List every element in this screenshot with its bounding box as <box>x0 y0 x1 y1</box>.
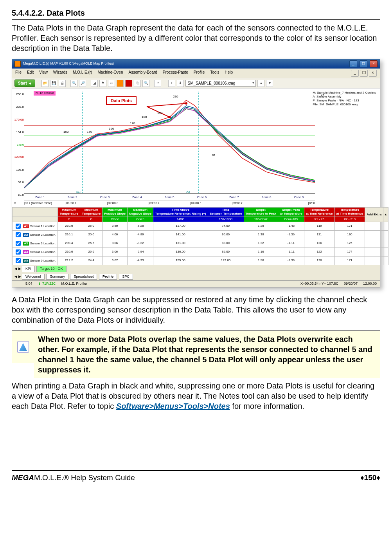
pt-label: 150 <box>87 130 92 134</box>
data-cell: 24.4 <box>80 256 102 265</box>
tab-spreadsheet[interactable]: Spreadsheet <box>70 274 97 280</box>
t-tick: |03:00 r <box>149 201 190 205</box>
zoom-out-icon[interactable]: 🔍 <box>70 80 77 87</box>
y-tick: 58.0 <box>12 181 24 184</box>
menu-machine-oven[interactable]: Machine-Oven <box>97 70 123 77</box>
marker-icon[interactable]: ◢ <box>91 80 98 87</box>
status-version: 5.04 <box>25 282 32 286</box>
unit-cell: X2 - 213 <box>334 217 365 222</box>
doc-minimize-icon[interactable]: _ <box>351 70 359 77</box>
data-cell: 180 <box>334 230 365 239</box>
menu-wizards[interactable]: Wizards <box>53 70 67 77</box>
sheet-nav-left-icon[interactable]: ◀ <box>14 267 17 271</box>
open-icon[interactable]: 📂 <box>41 80 49 87</box>
scroll-up-icon[interactable]: ▴ <box>383 207 388 222</box>
plot-box[interactable]: 230 25 150 150 160 170 180 190 81 X1: X2 <box>24 92 315 194</box>
sensor-label-cell: A3 Sensor 3 Location. <box>13 239 58 247</box>
doc-restore-icon[interactable]: ❐ <box>360 70 368 77</box>
help-icon[interactable]: ? <box>154 80 161 87</box>
menu-process-paste[interactable]: Process-Paste <box>163 70 188 77</box>
channel-checkbox[interactable] <box>16 232 21 237</box>
download-icon[interactable]: ⬇ <box>177 80 184 87</box>
info-text: When two or more Data Plots overlap the … <box>34 331 380 378</box>
minimize-button[interactable]: _ <box>349 60 357 67</box>
channel-checkbox[interactable] <box>16 224 21 229</box>
tab-summary[interactable]: Summary <box>46 274 68 280</box>
nav-up-icon[interactable]: ▲ <box>257 80 264 87</box>
zone-label: Zone 6 <box>185 195 218 199</box>
data-cell: 88.00 <box>208 239 244 247</box>
tab-profile[interactable]: Profile <box>99 274 117 280</box>
data-cell: 130.00 <box>153 247 208 256</box>
channel-checkbox[interactable] <box>16 241 21 246</box>
tab-welcome[interactable]: Welcome! <box>22 274 45 280</box>
unit-cell: Peak-183 <box>278 217 304 222</box>
nav-down-icon[interactable]: ▼ <box>266 80 273 87</box>
print-icon[interactable]: 🖨 <box>59 80 66 87</box>
save-icon[interactable]: 💾 <box>50 80 57 87</box>
color2-icon[interactable] <box>125 80 132 87</box>
footer-title: M.O.L.E.® Help System Guide <box>34 473 135 482</box>
data-cell: 25.6 <box>80 239 102 247</box>
kpi-tab[interactable]: KPI <box>22 266 35 272</box>
x1-marker-label: X1: <box>76 190 81 194</box>
sigma-icon[interactable]: Σ <box>168 80 175 87</box>
note-icon[interactable]: ▭ <box>108 80 115 87</box>
y-tick: 106.0 <box>12 168 24 172</box>
flag-icon[interactable]: ⚑ <box>99 80 106 87</box>
footer-page: ♦150♦ <box>360 473 380 483</box>
intro-paragraph: The Data Plots in the Data Graph represe… <box>12 23 380 53</box>
sheet-tabs-inner: ◀ ▶ KPI Target 10 - OK <box>12 265 380 273</box>
zoom-sel-icon[interactable]: 🔍 <box>142 80 149 87</box>
color1-icon[interactable] <box>117 80 124 87</box>
zone-label: Zone 5 <box>153 195 186 199</box>
tab-nav-right-icon[interactable]: ▶ <box>18 275 21 278</box>
zone-label: Zone 1 <box>24 195 56 199</box>
menu-view[interactable]: View <box>39 70 48 77</box>
data-cell: 74.00 <box>208 222 244 230</box>
copy-icon[interactable]: ⎘ <box>134 80 141 87</box>
col-slope-to-peak: Slope:Temperature to Peak <box>244 207 278 217</box>
chart-area: C 250.0 202.0 170.00 154.0 145.0 120.00 … <box>12 89 380 207</box>
close-button[interactable]: × <box>370 60 378 67</box>
menu-assembly-board[interactable]: Assembly-Board <box>128 70 157 77</box>
y-tick-threshold: 170.00 <box>12 118 24 122</box>
pt-label: 180 <box>142 115 147 119</box>
data-cell: 212.2 <box>58 256 80 265</box>
data-cell: 120 <box>304 256 334 265</box>
tab-nav-left-icon[interactable]: ◀ <box>14 275 17 278</box>
col-max-temp: MaximumTemperature <box>58 207 80 217</box>
maximize-button[interactable]: □ <box>360 60 367 67</box>
data-cell: 1.32 <box>244 239 278 247</box>
zoom-in-icon[interactable]: 🔎 <box>79 80 86 87</box>
start-button[interactable]: Start ◄ <box>14 79 35 87</box>
zone-label: Zone 9 <box>282 195 315 199</box>
status-date: 09/20/07 <box>344 282 358 286</box>
data-cell: 1.38 <box>244 230 278 239</box>
menu-tools[interactable]: Tools <box>210 70 219 77</box>
sheet-nav-right-icon[interactable]: ▶ <box>18 267 21 271</box>
para3-tail: for more information. <box>230 402 304 410</box>
file-combo[interactable]: SM_SAMPLE_000106.xmg <box>185 80 256 87</box>
t-tick: |01:00 r <box>65 201 107 205</box>
notes-ref-link[interactable]: Software>Menus>Tools>Notes <box>116 402 230 410</box>
menu-help[interactable]: Help <box>225 70 233 77</box>
data-cell: 25.0 <box>80 230 102 239</box>
channel-chip: A2 <box>23 233 29 237</box>
menu-file[interactable]: File <box>15 70 22 77</box>
legend-line: P: Sample Paste - N/A - NC - 183 <box>313 99 376 103</box>
menu-mole[interactable]: M.O.L.E.(r) <box>73 70 92 77</box>
target-tab[interactable]: Target 10 - OK <box>36 266 67 272</box>
channel-checkbox[interactable] <box>16 258 21 263</box>
channel-checkbox[interactable] <box>16 249 21 255</box>
add-extra-button[interactable]: Add Extra <box>365 207 383 222</box>
doc-close-icon[interactable]: × <box>369 70 377 77</box>
menu-profile[interactable]: Profile <box>194 70 205 77</box>
tab-spc[interactable]: SPC <box>119 274 133 280</box>
data-cell: 141.00 <box>153 230 208 239</box>
status-device: M.O.L.E. Profiler <box>61 282 88 286</box>
data-table: MaximumTemperature MinimumTemperature Ma… <box>12 207 388 265</box>
data-cell: 171 <box>334 222 365 230</box>
chart-main: C 250.0 202.0 170.00 154.0 145.0 120.00 … <box>12 89 380 207</box>
menu-edit[interactable]: Edit <box>27 70 34 77</box>
